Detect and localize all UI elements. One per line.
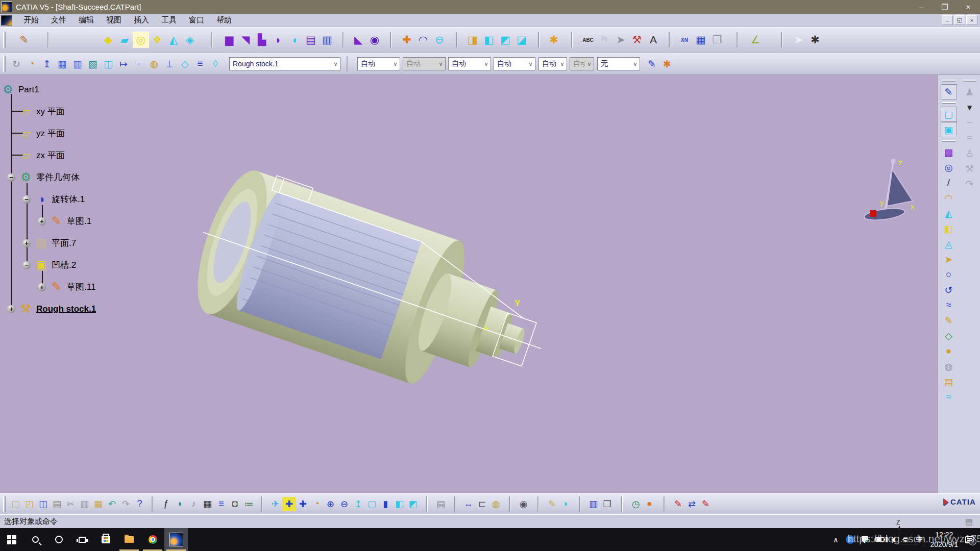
stiffener-icon[interactable]: ◖ (286, 32, 303, 48)
auto-combo-1[interactable]: 自动 ∨ (357, 57, 400, 70)
translate-lang-icon[interactable]: ⇄ (685, 497, 699, 511)
measure-between-icon[interactable]: ↦ (116, 56, 131, 71)
menu-start[interactable]: 开始 (17, 14, 45, 27)
auto-combo-6[interactable]: 自动 ∨ (570, 57, 594, 70)
mdi-minimize-button[interactable]: – (942, 15, 953, 25)
frame-icon[interactable]: ❒ (600, 497, 614, 511)
apple-icon[interactable]: ● (643, 497, 656, 511)
constraint-icon[interactable]: ⊥ (162, 56, 177, 71)
auto-combo-5[interactable]: 自动 ∨ (538, 57, 567, 70)
viewport-3d[interactable]: Y + ⚙ Part1 ▱ xy 平面 (0, 75, 980, 493)
multi-pad-icon[interactable]: ▙ (254, 32, 270, 48)
symmetry-icon[interactable]: ◠ (415, 32, 431, 48)
pen-color-icon[interactable]: ✎ (644, 56, 659, 71)
extrude-surface-icon[interactable]: ◆ (100, 32, 116, 48)
pad-icon[interactable]: ▆ (221, 32, 237, 48)
datum-target-icon[interactable]: A (645, 32, 662, 48)
iso-view-cube-icon[interactable]: ▢ (941, 107, 957, 122)
lock-icon[interactable]: ◘ (228, 497, 242, 511)
sketch-analysis-icon[interactable]: ◍ (146, 56, 162, 71)
xn-constraint-icon[interactable]: XN (676, 32, 693, 48)
slope-analysis-icon[interactable]: ∠ (747, 32, 764, 48)
red-pen-icon[interactable]: ✎ (699, 497, 713, 511)
zoom-in-icon[interactable]: ⊕ (324, 497, 337, 511)
catalog-printer-icon[interactable]: ▤ (434, 497, 448, 511)
tree-item-part1[interactable]: ⚙ Part1 (1, 79, 168, 101)
normal-view-icon[interactable]: ↥ (351, 497, 365, 511)
patch-icon[interactable]: ◩ (497, 32, 513, 48)
swoosh-arrow-icon[interactable]: ➤ (941, 252, 957, 267)
manipulation-icon[interactable]: ◔ (24, 56, 39, 71)
scaling-icon[interactable]: ⊖ (431, 32, 448, 48)
pens-icon[interactable]: ✎ (671, 497, 685, 511)
calculator-icon[interactable]: ▦ (201, 497, 214, 511)
rainbow-surface-icon[interactable]: ◠ (941, 190, 957, 206)
tree-expander[interactable]: − (7, 173, 15, 182)
menu-help[interactable]: 帮助 (210, 14, 238, 27)
mdi-restore-button[interactable]: ◱ (954, 15, 965, 25)
chrome-button[interactable] (141, 528, 164, 551)
file-explorer-button[interactable] (117, 528, 141, 551)
structure-icon[interactable]: ≡ (214, 497, 228, 511)
zoom-out-icon[interactable]: ⊖ (337, 497, 351, 511)
curve-icon[interactable]: ≈ (941, 297, 957, 313)
wave-icon[interactable]: ≈ (941, 389, 957, 405)
tree-item-sketch-11[interactable]: + ✎ 草图.11 (38, 276, 168, 298)
manikin-icon[interactable]: ♙ (962, 145, 978, 161)
tree-item-part-body[interactable]: − ⚙ 零件几何体 (7, 166, 168, 188)
rotate-icon[interactable]: ◔ (310, 497, 324, 511)
split-icon[interactable]: ◨ (464, 32, 481, 48)
whats-this-icon[interactable]: ? (133, 497, 146, 511)
defender-shield-icon[interactable]: ✓ (862, 536, 868, 543)
sew-surface-icon[interactable]: ▤ (303, 32, 319, 48)
gray-sphere-icon[interactable]: ◍ (941, 359, 957, 374)
store-button[interactable] (94, 528, 117, 551)
tree-item-plane-7[interactable]: + ▨ 平面.7 (22, 232, 168, 254)
drafted-pad-icon[interactable]: ◥ (237, 32, 254, 48)
fit-all-icon[interactable]: ✚ (282, 497, 296, 511)
apply-material-icon[interactable]: ✱ (546, 32, 562, 48)
hidden-line-view-icon[interactable]: ◩ (406, 497, 420, 511)
action-center-icon[interactable]: 2 (965, 536, 974, 543)
menu-tools[interactable]: 工具 (155, 14, 183, 27)
rib-icon[interactable]: ◗ (270, 32, 286, 48)
restore-button[interactable]: ❐ (933, 0, 957, 14)
offset-surface-icon[interactable]: ◎ (133, 32, 149, 48)
xray-icon[interactable]: ◎ (941, 160, 957, 175)
snap-icon[interactable]: ▫ (131, 56, 146, 71)
open-icon[interactable]: ◰ (22, 497, 36, 511)
mass-icon[interactable]: ◍ (489, 497, 503, 511)
box-icon[interactable]: ◫ (101, 56, 116, 71)
catia-taskbar-button[interactable] (164, 528, 188, 551)
auto-combo-4[interactable]: 自动 ∨ (494, 57, 535, 70)
patch-pair-icon[interactable]: ◧ (941, 221, 957, 236)
search-button[interactable] (23, 528, 47, 551)
text-annotation-icon[interactable]: ABC (580, 32, 596, 48)
work-object-icon[interactable]: ▧ (85, 56, 101, 71)
menu-edit[interactable]: 编辑 (72, 14, 100, 27)
task-view-button[interactable] (70, 528, 94, 551)
circle-icon[interactable]: ○ (941, 267, 957, 282)
select-cursor-icon[interactable]: ➤ (791, 32, 807, 48)
line-icon[interactable]: / (941, 175, 957, 190)
tree-item-yz-plane[interactable]: ▱ yz 平面 (7, 122, 168, 144)
tree-expander[interactable]: + (7, 305, 15, 313)
menu-window[interactable]: 窗口 (183, 14, 210, 27)
measure-icon[interactable]: ↔ (461, 497, 475, 511)
voice-icon[interactable]: ♪ (187, 497, 201, 511)
close-surface-icon[interactable]: ▥ (319, 32, 335, 48)
power-selection-icon[interactable]: ✱ (807, 32, 823, 48)
battery-icon[interactable] (875, 537, 884, 542)
sweep-surface-icon[interactable]: ❖ (149, 32, 165, 48)
auto-combo-3[interactable]: 自动 ∨ (448, 57, 491, 70)
extract-icon[interactable]: ◪ (513, 32, 530, 48)
gold-sphere-icon[interactable]: ● (941, 343, 957, 359)
clock[interactable]: 12:22 2020/9/1 (930, 530, 959, 548)
cortana-button[interactable] (47, 528, 70, 551)
undo-icon[interactable]: ↶ (105, 497, 119, 511)
bird-icon[interactable]: ≈ (962, 130, 978, 145)
gold-layers-icon[interactable]: ▤ (941, 374, 957, 389)
camera-icon[interactable]: ◉ (517, 497, 530, 511)
paint-icon[interactable]: ✎ (545, 497, 559, 511)
tree-expander[interactable]: + (22, 239, 31, 247)
